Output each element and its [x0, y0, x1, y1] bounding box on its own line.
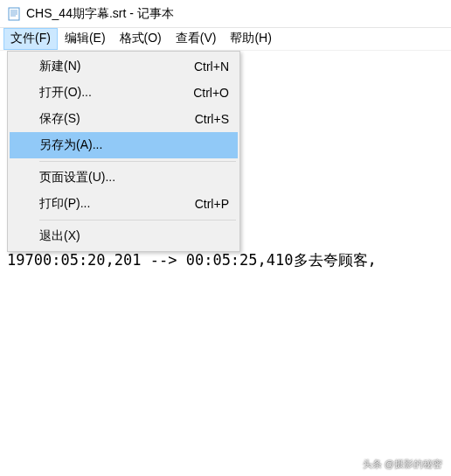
notepad-icon — [7, 7, 21, 21]
menu-edit[interactable]: 编辑(E) — [58, 28, 113, 50]
file-menu-dropdown: 新建(N) Ctrl+N 打开(O)... Ctrl+O 保存(S) Ctrl+… — [7, 51, 240, 252]
menu-separator — [39, 220, 236, 220]
menu-open[interactable]: 打开(O)... Ctrl+O — [10, 80, 238, 106]
menu-save-as[interactable]: 另存为(A)... — [10, 132, 238, 158]
menubar: 文件(F) 编辑(E) 格式(O) 查看(V) 帮助(H) — [0, 28, 451, 51]
menu-item-label: 页面设置(U)... — [39, 170, 212, 186]
menu-item-label: 保存(S) — [39, 111, 177, 127]
menu-item-label: 另存为(A)... — [39, 137, 212, 153]
menu-item-shortcut: Ctrl+O — [193, 86, 229, 100]
menu-item-shortcut: Ctrl+S — [195, 112, 229, 126]
menu-print[interactable]: 打印(P)... Ctrl+P — [10, 191, 238, 217]
menu-view[interactable]: 查看(V) — [169, 28, 224, 50]
menu-item-shortcut: Ctrl+P — [195, 197, 229, 211]
menu-page-setup[interactable]: 页面设置(U)... — [10, 164, 238, 191]
menu-separator — [39, 161, 236, 162]
menu-file[interactable]: 文件(F) — [3, 28, 58, 50]
window-title: CHS_44期字幕.srt - 记事本 — [26, 6, 174, 22]
menu-item-label: 退出(X) — [39, 228, 212, 244]
menu-item-shortcut: Ctrl+N — [194, 60, 229, 74]
watermark-icon — [347, 458, 359, 471]
menu-help[interactable]: 帮助(H) — [223, 28, 278, 50]
menu-item-label: 新建(N) — [39, 59, 177, 74]
menu-new[interactable]: 新建(N) Ctrl+N — [10, 53, 238, 80]
menu-save[interactable]: 保存(S) Ctrl+S — [10, 106, 238, 132]
menu-exit[interactable]: 退出(X) — [10, 223, 238, 249]
menu-item-label: 打印(P)... — [39, 196, 177, 212]
menu-item-label: 打开(O)... — [39, 85, 176, 101]
watermark-text: 头条 @摄影的秘密 — [363, 458, 442, 471]
watermark: 头条 @摄影的秘密 — [347, 458, 442, 471]
menu-format[interactable]: 格式(O) — [113, 28, 169, 50]
titlebar: CHS_44期字幕.srt - 记事本 — [0, 0, 451, 28]
